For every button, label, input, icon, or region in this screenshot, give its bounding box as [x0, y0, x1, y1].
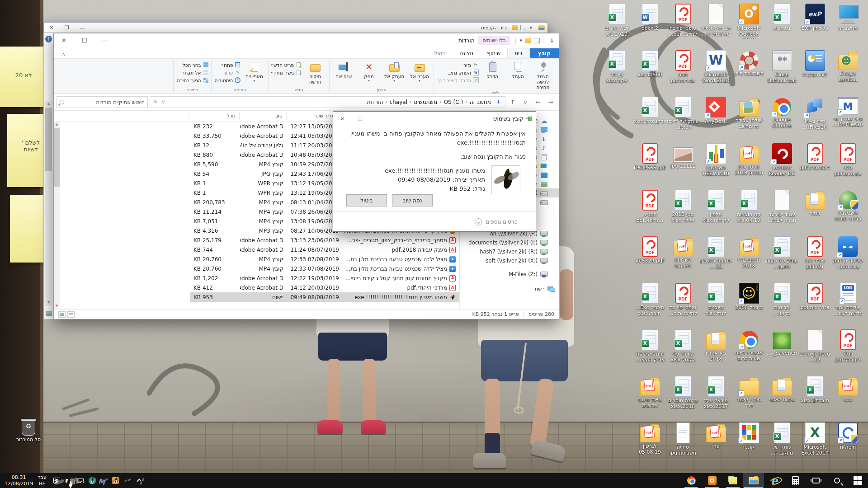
- tray-icon[interactable]: [110, 477, 122, 484]
- collapse-ribbon-icon[interactable]: ∧: [58, 50, 69, 58]
- desktop-icon[interactable]: עותק של מעקב ה...: [765, 422, 798, 468]
- nav-item[interactable]: soft (\\silver-2k) (X:): [460, 256, 559, 265]
- file-row[interactable]: מסמך_סביבתי_בני-ברק_צפון_מגורים_-פר... 2…: [190, 235, 459, 245]
- tray-icon[interactable]: [51, 478, 63, 483]
- desktop-icon[interactable]: סתויה חשבונית.jpg: [666, 422, 699, 468]
- ribbon-button[interactable]: העבר אל▾: [407, 60, 432, 87]
- taskbar-app-button[interactable]: [806, 473, 826, 488]
- desktop-icon[interactable]: כל-נתון EXP: [798, 3, 831, 49]
- taskbar-app-button[interactable]: [722, 473, 743, 488]
- desktop-icon[interactable]: TPCIP565.pdf: [633, 142, 666, 189]
- desktop-icon[interactable]: 2.docx: [633, 3, 666, 49]
- desktop-icon[interactable]: ביטוח לאומי: [765, 375, 798, 422]
- up-button[interactable]: ↑: [507, 99, 518, 106]
- taskbar-app-button[interactable]: [702, 473, 722, 488]
- sticky-note-1[interactable]: 20 לא: [0, 47, 47, 107]
- ribbon-button[interactable]: העתק אל▾: [382, 60, 407, 87]
- back-button[interactable]: →: [545, 99, 556, 106]
- ribbon-tab[interactable]: בית: [507, 48, 530, 58]
- desktop-icon[interactable]: ערן: [699, 422, 732, 468]
- desktop-icon[interactable]: תרומות בראוו...: [765, 282, 798, 328]
- ribbon-button[interactable]: מאפיינים▾: [241, 60, 267, 87]
- desktop-icon[interactable]: מיכאל ארד 2017.xlsx: [699, 375, 732, 422]
- desktop-icon[interactable]: עותק של 'ריכוז הכנסו...: [666, 96, 699, 142]
- desktop-icon[interactable]: מנחם כהני 2018: [732, 235, 765, 282]
- qat-customize-icon[interactable]: ▾: [518, 38, 524, 43]
- desktop-icon[interactable]: לוח הבקרה: [798, 49, 831, 96]
- desktop-icon[interactable]: חשבשבת עדכוני תוכנה: [831, 189, 864, 235]
- desktop-icon[interactable]: ברננה חוסרים 2018.xlsx: [666, 375, 699, 422]
- desktop-icon[interactable]: AnyDesk: [699, 96, 732, 142]
- ribbon-tab[interactable]: תצוגה: [453, 48, 480, 58]
- desktop-icon[interactable]: חיסולית: [831, 422, 864, 468]
- qat-customize-icon[interactable]: ▾: [530, 25, 532, 30]
- scrollbar[interactable]: ▲▼: [45, 101, 52, 305]
- ribbon-small-button[interactable]: העתק נתיב: [435, 69, 480, 76]
- file-row[interactable]: מציל ילדה שכמעט טבעה בבריכת מלון בת... 0…: [190, 264, 459, 273]
- file-row[interactable]: מענק עבודה 2018.pdf 08/07/2019 11:24 Ado…: [190, 245, 459, 254]
- desktop-icon[interactable]: שליטה מרחוק צוות נתיב -: [831, 235, 864, 282]
- ribbon-small-button[interactable]: בחר הכל: [175, 61, 209, 69]
- maximize-button[interactable]: ☐: [351, 112, 369, 126]
- ribbon-tab[interactable]: קובץ: [530, 48, 559, 58]
- ribbon-small-button[interactable]: גזור: [435, 61, 480, 69]
- ribbon-button[interactable]: הצמד לגישה מהירה: [530, 60, 556, 90]
- address-dropdown-icon[interactable]: ∨: [161, 99, 165, 105]
- forward-button[interactable]: ←: [533, 99, 543, 106]
- help-icon[interactable]: ?: [45, 36, 52, 42]
- desktop-icon[interactable]: 11111.jpg: [666, 142, 699, 189]
- language-indicator[interactable]: עברHE: [38, 474, 46, 487]
- file-row[interactable]: משהו מעניין תנסו!!!!!!!!!!!!!!!!!!!.exe …: [190, 292, 459, 302]
- qat-properties-icon[interactable]: [534, 38, 540, 43]
- desktop-icon[interactable]: מנטה קייטרינג 12...: [798, 328, 831, 375]
- desktop-icon[interactable]: עותק של קזז אריק הוצאו...: [633, 328, 666, 375]
- nav-item[interactable]: רשת: [460, 284, 559, 293]
- desktop-icon[interactable]: ויגלר אוגוס 2019.xls: [600, 3, 633, 49]
- tray-icon[interactable]: [133, 478, 145, 483]
- back-explorer-titlebar[interactable]: ▾ סייר הקבצים — ❐ ✕: [43, 22, 548, 33]
- thumbnail-view-icon[interactable]: [46, 311, 52, 316]
- desktop-icon[interactable]: ויגלר רות.pdf: [798, 282, 831, 328]
- desktop-icon[interactable]: ויגלר: [798, 189, 831, 235]
- file-row[interactable]: מציל ילדה שכמעט טבעה בבריכת מלון בת... 0…: [190, 254, 459, 264]
- desktop-icon[interactable]: חיה - קיצור דרך: [732, 375, 765, 422]
- desktop-icon[interactable]: Google Chrome: [765, 96, 798, 142]
- desktop-icon[interactable]: נס.xlsx: [765, 3, 798, 49]
- desktop-icon[interactable]: davenen_-...: [765, 328, 798, 375]
- recycle-bin[interactable]: סל המיחזור: [9, 420, 48, 443]
- breadcrumb[interactable]: מחשב זה‹OS (C:)‹משתמשים‹chayal‹הורדות ∨↻: [150, 96, 505, 108]
- desktop-icon[interactable]: חוזה שכירות.pdf: [666, 49, 699, 96]
- desktop-icon[interactable]: חשבשבת סיוע: [732, 49, 765, 96]
- desktop-icon[interactable]: אלפון לקוחות.xlsx: [699, 189, 732, 235]
- file-row[interactable]: מרדכי היהודי.pdf 20/03/2019 14:12 Adobe …: [190, 283, 459, 292]
- taskbar-app-button[interactable]: [764, 473, 785, 488]
- desktop-icon[interactable]: חשבשבת HEBWIN10: [699, 142, 732, 189]
- file-list-scrollbar[interactable]: ▲▼: [54, 122, 60, 309]
- ribbon-tab[interactable]: ניהול: [428, 48, 453, 58]
- desktop-icon[interactable]: גוטמן אילן נוספים 2018: [732, 142, 765, 189]
- maximize-button[interactable]: ☐: [74, 34, 94, 47]
- desktop-icon[interactable]: טופס יפוי כח למייצג_ת.p...: [666, 282, 699, 328]
- ribbon-button[interactable]: מחק▾: [356, 60, 382, 87]
- taskbar-app-button[interactable]: [847, 473, 868, 488]
- file-row[interactable]: מקבץ תמונות קטן מתוך קטלוג קידס בייסי...…: [190, 273, 459, 283]
- tray-icon[interactable]: [122, 477, 133, 484]
- minimize-button[interactable]: —: [75, 25, 90, 31]
- tray-icon[interactable]: [75, 479, 86, 483]
- breadcrumb-item[interactable]: משתמשים: [412, 98, 439, 106]
- minimize-button[interactable]: —: [369, 112, 387, 126]
- desktop-icon[interactable]: ליסטנברג.pdf: [798, 142, 831, 189]
- search-input[interactable]: חיפוש בתיקיית הורדות: [57, 96, 148, 108]
- nav-item[interactable]: M-Files (Z:): [460, 270, 559, 279]
- desktop-icon[interactable]: Acrobat Reader DC: [765, 142, 798, 189]
- details-view-button[interactable]: [67, 311, 75, 318]
- desktop-icon[interactable]: הפנייה מהרופא.pdf: [633, 189, 666, 235]
- desktop-icon[interactable]: עמודי שירעד חברה לבנין...: [765, 189, 798, 235]
- close-button[interactable]: ✕: [54, 34, 74, 47]
- minimize-button[interactable]: —: [94, 34, 115, 47]
- desktop-icon[interactable]: 40500.xls: [633, 49, 666, 96]
- breadcrumb-item[interactable]: מחשב זה: [468, 98, 493, 106]
- desktop-icon[interactable]: Chaya Landau: [831, 49, 864, 96]
- desktop-icon[interactable]: Microsoft Word 2010: [699, 49, 732, 96]
- desktop-icon[interactable]: itc5329.pdf: [633, 235, 666, 282]
